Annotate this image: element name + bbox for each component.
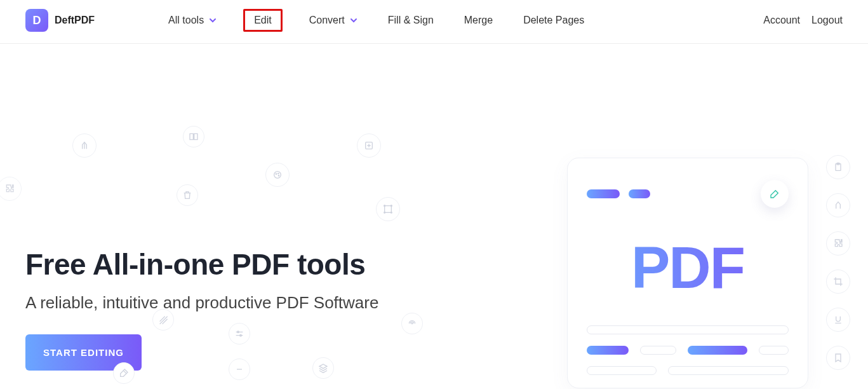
eyedropper-icon: [113, 362, 135, 384]
svg-rect-5: [385, 206, 392, 213]
merge-icon: [72, 133, 97, 158]
nav-edit-label: Edit: [254, 15, 272, 26]
placeholder-line: [759, 346, 789, 355]
pencil-icon: [770, 189, 780, 199]
transform-icon: [376, 197, 400, 221]
nav-all-tools[interactable]: All tools: [164, 12, 220, 29]
nav-fill-sign[interactable]: Fill & Sign: [384, 12, 437, 29]
main-nav: All tools Edit Convert Fill & Sign Merge…: [164, 9, 588, 32]
chevron-down-icon: [350, 17, 357, 24]
svg-point-12: [411, 323, 412, 324]
pill-shape: [587, 189, 620, 198]
nav-delete-pages[interactable]: Delete Pages: [519, 12, 588, 29]
card-placeholder-lines: [587, 325, 789, 375]
chevron-down-icon: [209, 17, 217, 24]
minus-icon: [229, 358, 250, 380]
placeholder-line: [688, 346, 747, 355]
placeholder-line: [640, 346, 676, 355]
nav-delete-pages-label: Delete Pages: [523, 15, 584, 26]
nav-merge[interactable]: Merge: [460, 12, 497, 29]
trash-icon: [177, 184, 198, 206]
svg-point-2: [278, 173, 279, 174]
puzzle-icon: [826, 231, 850, 256]
nav-logout[interactable]: Logout: [811, 15, 843, 26]
logo-mark: D: [25, 9, 48, 32]
underline-icon: [826, 308, 850, 332]
texture-icon: [152, 309, 174, 331]
logo[interactable]: D DeftPDF: [25, 9, 95, 32]
bookmark-icon: [826, 346, 850, 370]
svg-point-3: [278, 175, 279, 176]
merge-icon: [826, 193, 850, 217]
logo-letter: D: [33, 14, 41, 27]
placeholder-line: [587, 325, 789, 334]
placeholder-line: [587, 346, 629, 355]
sliders-icon: [229, 323, 250, 345]
logo-text: DeftPDF: [55, 15, 95, 26]
placeholder-row: [587, 346, 789, 355]
nav-account[interactable]: Account: [763, 15, 800, 26]
pdf-preview-card: PDF: [567, 158, 808, 388]
card-top-row: [587, 180, 789, 208]
svg-point-1: [276, 174, 276, 174]
nav-convert[interactable]: Convert: [305, 12, 361, 29]
top-header: D DeftPDF All tools Edit Convert Fill & …: [0, 0, 868, 44]
nav-fill-sign-label: Fill & Sign: [388, 15, 434, 26]
edit-badge: [761, 180, 789, 208]
side-tool-column: [826, 155, 850, 370]
nav-merge-label: Merge: [464, 15, 493, 26]
crop-icon: [826, 270, 850, 294]
placeholder-line: [668, 366, 789, 375]
palette-icon: [265, 163, 290, 187]
placeholder-line: [587, 366, 657, 375]
pill-shape: [629, 189, 650, 198]
clipboard-icon: [826, 155, 850, 179]
svg-point-0: [274, 172, 281, 179]
nav-all-tools-label: All tools: [168, 15, 204, 26]
book-icon: [183, 126, 204, 147]
layers-icon: [312, 357, 334, 379]
pdf-big-label: PDF: [587, 235, 789, 301]
broadcast-icon: [401, 313, 423, 334]
placeholder-row: [587, 366, 789, 375]
nav-edit[interactable]: Edit: [243, 9, 283, 32]
nav-convert-label: Convert: [309, 15, 345, 26]
account-nav: Account Logout: [763, 15, 843, 26]
plus-icon: [357, 133, 381, 158]
